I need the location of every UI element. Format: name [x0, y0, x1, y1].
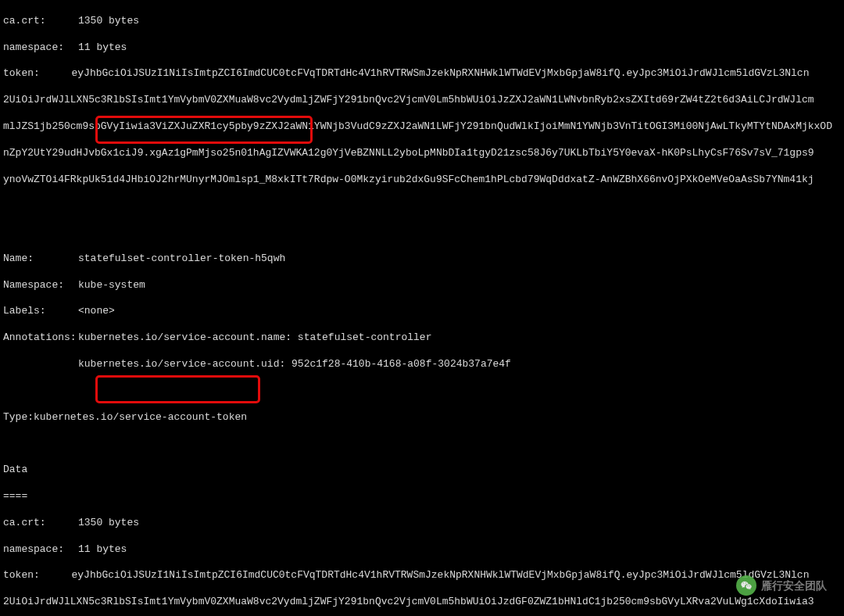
labels-label: Labels: — [3, 305, 78, 318]
token-value-line: 2UiOiJrdWJlLXN5c3RlbSIsImt1YmVybmV0ZXMua… — [3, 596, 844, 609]
token-label: token: — [3, 569, 72, 582]
ca-crt-value: 1350 bytes — [78, 517, 139, 530]
token-value-line: ynoVwZTOi4FRkpUk51d4JHbiOJ2hrMUnyrMJOmls… — [3, 174, 844, 187]
token-value-line: eyJhbGciOiJSUzI1NiIsImtpZCI6ImdCUC0tcFVq… — [72, 569, 841, 582]
namespace-value: 11 bytes — [78, 543, 127, 557]
labels-value: <none> — [78, 305, 115, 318]
namespace-label: namespace: — [3, 543, 78, 557]
annotations-label: Annotations: — [3, 331, 78, 345]
ca-crt-label: ca.crt: — [3, 15, 78, 28]
namespace-value: kube-system — [78, 279, 145, 292]
token-label: token: — [3, 67, 72, 81]
namespace-label: Namespace: — [3, 279, 78, 292]
token-value-line: eyJhbGciOiJSUzI1NiIsImtpZCI6ImdCUC0tcFVq… — [72, 67, 841, 81]
namespace-value: 11 bytes — [78, 41, 127, 55]
terminal-output: ca.crt:1350 bytes namespace:11 bytes tok… — [0, 0, 844, 616]
namespace-label: namespace: — [3, 41, 78, 55]
annotations-line: kubernetes.io/service-account.uid: 952c1… — [78, 358, 511, 371]
ca-crt-value: 1350 bytes — [78, 15, 139, 28]
name-value: statefulset-controller-token-h5qwh — [78, 252, 285, 266]
data-heading: Data — [3, 464, 841, 477]
type-value: kubernetes.io/service-account-token — [34, 411, 247, 424]
token-value-line: nZpY2UtY29udHJvbGx1ciJ9.xgAz1gPmMjso25n0… — [3, 147, 844, 160]
ca-crt-label: ca.crt: — [3, 517, 78, 530]
token-value-line: mlJZS1jb250cm9sbGVyIiwia3ViZXJuZXR1cy5pb… — [3, 120, 844, 134]
type-label: Type: — [3, 411, 34, 424]
name-label: Name: — [3, 252, 78, 266]
annotations-line: kubernetes.io/service-account.name: stat… — [78, 331, 431, 345]
data-divider: ==== — [3, 490, 841, 503]
token-value-line: 2UiOiJrdWJlLXN5c3RlbSIsImt1YmVybmV0ZXMua… — [3, 94, 844, 107]
